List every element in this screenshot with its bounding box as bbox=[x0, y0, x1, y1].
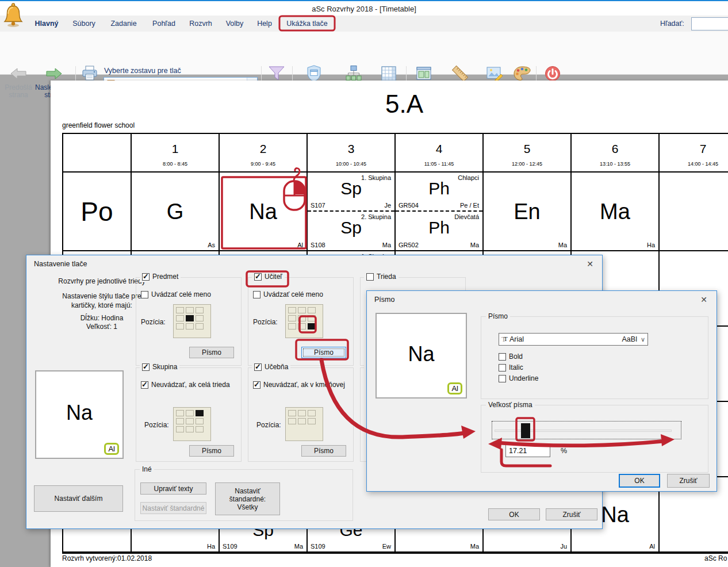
classroom-group: Učebňa Neuvádzať, ak v kmeňovej Pozícia:… bbox=[248, 367, 354, 462]
subject-position-grid[interactable] bbox=[173, 304, 211, 338]
teacher-position-grid[interactable] bbox=[285, 304, 323, 338]
chevron-down-icon[interactable]: ∨ bbox=[641, 336, 645, 343]
bold-checkbox[interactable]: Bold bbox=[499, 353, 523, 361]
timetable-cell[interactable]: 1. SkupinaSpS107Je 2. SkupinaSpS108Ma bbox=[308, 173, 396, 251]
timetable-header-cell: 613:10 - 13:55 bbox=[572, 134, 660, 173]
menu-help[interactable]: Help bbox=[253, 16, 276, 32]
edit-texts-button[interactable]: Upraviť texty bbox=[140, 482, 206, 495]
class-checkbox[interactable]: Trieda bbox=[366, 273, 396, 281]
group-label: Chlapci bbox=[458, 174, 479, 181]
subject: G bbox=[167, 201, 184, 223]
classroom-omit-checkbox[interactable]: Neuvádzať, ak v kmeňovej bbox=[253, 381, 345, 389]
prev-page-button[interactable]: Predošlá strana bbox=[2, 64, 35, 99]
timetable-corner-cell bbox=[63, 134, 132, 173]
position-label: Pozícia: bbox=[256, 421, 281, 429]
percent-label: % bbox=[561, 447, 567, 455]
menu-pohlad[interactable]: Pohľad bbox=[147, 16, 181, 32]
timetable-header-cell: 310:00 - 10:45 bbox=[308, 134, 396, 173]
period-time: 14:00 - 14:45 bbox=[660, 161, 728, 167]
italic-checkbox[interactable]: Italic bbox=[499, 363, 523, 371]
teacher-checkbox-label: Učiteľ bbox=[265, 273, 282, 281]
close-icon[interactable]: ✕ bbox=[700, 295, 707, 304]
menu-rozvrh[interactable]: Rozvrh bbox=[185, 16, 216, 32]
menu-volby[interactable]: Volby bbox=[221, 16, 248, 32]
preview-teacher-badge: Al bbox=[447, 382, 462, 394]
search-label: Hľadať: bbox=[660, 16, 684, 32]
subject-checkbox[interactable]: Predmet bbox=[142, 273, 178, 281]
ok-button[interactable]: OK bbox=[619, 474, 660, 488]
title-bar: aSc Rozvrhy 2018 - [Timetable] bbox=[0, 0, 728, 16]
timetable-cell[interactable]: GAs bbox=[132, 173, 220, 251]
font-size-field[interactable]: 17.21 bbox=[505, 445, 550, 457]
truetype-icon: TT bbox=[501, 335, 509, 344]
subject: Ma bbox=[600, 201, 630, 223]
period-time: 13:10 - 13:55 bbox=[572, 161, 658, 167]
font-size-group-label: Veľkosť písma bbox=[486, 401, 535, 409]
classroom-position-grid[interactable] bbox=[285, 407, 323, 441]
preview-subject: Na bbox=[377, 342, 466, 366]
group-omit-label: Neuvádzať, ak celá trieda bbox=[151, 381, 230, 389]
cancel-button[interactable]: Zrušiť bbox=[667, 474, 710, 488]
timetable-cell[interactable]: EnMa bbox=[484, 173, 572, 251]
preview-teacher-badge: Al bbox=[104, 443, 119, 455]
group-font-button[interactable]: Písmo bbox=[189, 445, 234, 457]
subject: Ph bbox=[428, 180, 450, 203]
group-checkbox[interactable]: Skupina bbox=[142, 363, 177, 371]
class-checkbox-label: Trieda bbox=[377, 273, 396, 281]
subject: En bbox=[514, 201, 540, 223]
subject-font-button[interactable]: Písmo bbox=[189, 347, 234, 358]
menu-hlavny[interactable]: Hlavný bbox=[32, 16, 61, 32]
teacher-checkbox[interactable]: Učiteľ bbox=[254, 273, 282, 281]
timetable-cell[interactable]: ChlapciPhGR504Pe / Et DievčatáPhGR502Ma bbox=[396, 173, 484, 251]
slider-thumb[interactable] bbox=[521, 423, 530, 438]
room: S107 bbox=[311, 202, 325, 209]
font-size-slider[interactable] bbox=[492, 421, 681, 439]
timetable-cell[interactable] bbox=[660, 173, 728, 251]
teacher-font-button[interactable]: Písmo bbox=[301, 347, 346, 358]
menu-zadanie[interactable]: Zadanie bbox=[106, 16, 141, 32]
teacher-group: Učiteľ Uvádzať celé meno Pozícia: Písmo bbox=[248, 277, 354, 366]
subject-fullname-checkbox[interactable]: Uvádzať celé meno bbox=[141, 290, 211, 298]
timetable-cell-annotated[interactable]: NaAl bbox=[220, 173, 308, 251]
set-default-button[interactable]: Nastaviť štandardné bbox=[140, 502, 206, 514]
room: S109 bbox=[223, 543, 237, 550]
teacher: Ma bbox=[558, 242, 567, 248]
dialog-title: Nastavenie tlače bbox=[34, 260, 87, 268]
subject: Sp bbox=[340, 180, 362, 203]
teacher-fullname-label: Uvádzať celé meno bbox=[263, 290, 323, 298]
asc-bell-logo-icon bbox=[3, 2, 23, 28]
search-input[interactable] bbox=[691, 17, 728, 30]
prev-page-label: Predošlá strana bbox=[2, 84, 35, 99]
period-number: 5 bbox=[524, 142, 531, 156]
classroom-font-button[interactable]: Písmo bbox=[301, 445, 346, 457]
underline-checkbox[interactable]: Underline bbox=[499, 374, 538, 382]
cancel-button[interactable]: Zrušiť bbox=[546, 508, 597, 520]
font-family-combobox[interactable]: TT Arial AaBl ∨ bbox=[499, 333, 648, 346]
position-label: Pozícia: bbox=[144, 421, 169, 429]
menu-ukazka-tlace[interactable]: Ukážka tlače bbox=[281, 16, 334, 32]
school-name: greenfield flower school bbox=[62, 121, 135, 129]
font-dialog: Písmo ✕ Na Al Písmo TT Arial AaBl ∨ Bold… bbox=[366, 290, 717, 492]
close-icon[interactable]: ✕ bbox=[587, 259, 593, 269]
timetable-header-cell: 411:05 - 11:45 bbox=[396, 134, 484, 173]
timetable-header-cell: 714:00 - 14:45 bbox=[660, 134, 728, 173]
font-size-group: Veľkosť písma 17.21 % bbox=[481, 405, 708, 473]
font-name: Arial bbox=[509, 335, 524, 343]
menu-subory[interactable]: Súbory bbox=[68, 16, 100, 32]
ok-button[interactable]: OK bbox=[488, 508, 540, 520]
timetable-cell[interactable]: MaHa bbox=[572, 173, 660, 251]
period-number: 6 bbox=[612, 142, 619, 156]
bold-label: Bold bbox=[509, 353, 523, 361]
period-time: 12:00 - 12:45 bbox=[484, 161, 570, 167]
set-default-all-button[interactable]: Nastaviť štandardné: Všetky bbox=[215, 482, 280, 515]
position-label: Pozícia: bbox=[253, 318, 278, 326]
teacher: Ma bbox=[294, 543, 303, 550]
group-label: 1. Skupina bbox=[361, 174, 391, 181]
group-position-grid[interactable] bbox=[173, 407, 211, 441]
group-omit-checkbox[interactable]: Neuvádzať, ak celá trieda bbox=[141, 381, 230, 389]
set-next-button[interactable]: Nastaviť ďalším bbox=[34, 485, 123, 512]
teacher-fullname-checkbox[interactable]: Uvádzať celé meno bbox=[253, 290, 323, 298]
subject: Sp bbox=[340, 219, 362, 242]
classroom-checkbox[interactable]: Učebňa bbox=[254, 363, 288, 371]
arrow-left-icon bbox=[9, 64, 28, 83]
